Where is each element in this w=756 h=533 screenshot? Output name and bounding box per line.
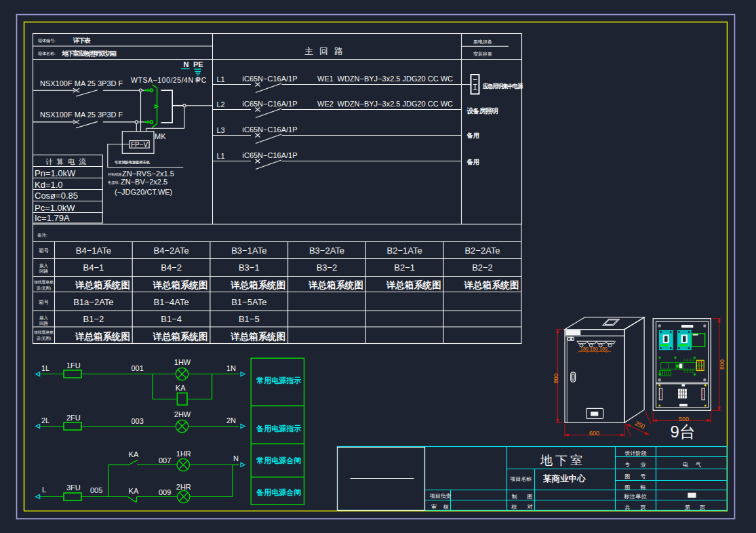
svg-text:设计阶段: 设计阶段 <box>624 450 646 456</box>
svg-text:详总箱系统图: 详总箱系统图 <box>230 331 285 342</box>
svg-text:B1−4ATe: B1−4ATe <box>154 297 189 307</box>
svg-text:项目名称: 项目名称 <box>510 476 532 482</box>
svg-text:Kd=1.0: Kd=1.0 <box>35 180 63 190</box>
svg-text:B4−2: B4−2 <box>161 262 182 273</box>
svg-text:回路: 回路 <box>39 321 49 326</box>
svg-text:B1a−2ATe: B1a−2ATe <box>73 297 113 307</box>
svg-text:设(见图): 设(见图) <box>37 336 51 341</box>
svg-text:iC65N−C16A/1P: iC65N−C16A/1P <box>243 151 298 159</box>
svg-text:1HW: 1HW <box>174 358 191 366</box>
svg-text:级: 级 <box>195 77 200 82</box>
svg-text:备注:: 备注: <box>37 233 47 238</box>
svg-text:审核: 审核 <box>431 504 456 510</box>
svg-text:L2: L2 <box>217 100 225 108</box>
svg-text:项目负责: 项目负责 <box>430 493 452 499</box>
svg-text:备用: 备用 <box>466 158 480 165</box>
svg-text:180: 180 <box>580 347 589 351</box>
svg-text:备用: 备用 <box>466 132 480 139</box>
svg-text:WE1: WE1 <box>317 75 334 83</box>
svg-text:常用电源合闸: 常用电源合闸 <box>256 456 301 465</box>
svg-text:接入: 接入 <box>39 315 49 320</box>
svg-text:制图: 制图 <box>512 494 543 500</box>
svg-text:常用电源指示: 常用电源指示 <box>256 376 301 384</box>
svg-text:1L: 1L <box>41 364 49 372</box>
svg-text:详总箱系统图: 详总箱系统图 <box>308 279 363 290</box>
svg-text:1N: 1N <box>226 364 236 372</box>
svg-text:iC65N−C16A/1P: iC65N−C16A/1P <box>243 100 298 108</box>
svg-text:500: 500 <box>679 416 689 422</box>
svg-text:005: 005 <box>90 486 102 494</box>
svg-text:Pc=1.0kW: Pc=1.0kW <box>35 203 75 213</box>
svg-text:180: 180 <box>599 347 608 351</box>
svg-text:详总箱系统图: 详总箱系统图 <box>230 279 285 290</box>
svg-text:L3: L3 <box>217 126 225 134</box>
svg-text:详总箱系统图: 详总箱系统图 <box>153 279 208 290</box>
svg-text:详总箱系统图: 详总箱系统图 <box>75 279 130 290</box>
svg-text:1FU: 1FU <box>66 361 81 370</box>
svg-text:馈线规格敷: 馈线规格敷 <box>34 279 54 285</box>
svg-text:B1−5: B1−5 <box>239 314 260 324</box>
svg-text:B3−1: B3−1 <box>239 262 260 273</box>
svg-text:某商业中心: 某商业中心 <box>542 473 586 483</box>
svg-text:iC65N−C16A/1P: iC65N−C16A/1P <box>243 75 298 83</box>
svg-text:B3−1ATe: B3−1ATe <box>231 245 266 256</box>
svg-text:WE2: WE2 <box>317 100 334 108</box>
svg-text:备用电源合闸: 备用电源合闸 <box>256 488 301 496</box>
svg-text:001: 001 <box>131 364 143 372</box>
svg-text:箱体编号:: 箱体编号: <box>38 38 56 43</box>
svg-text:B4−1ATe: B4−1ATe <box>76 245 111 256</box>
svg-text:L1: L1 <box>217 152 225 160</box>
svg-text:ZN−RVS−2x1.5: ZN−RVS−2x1.5 <box>122 170 174 178</box>
svg-text:详总箱系统图: 详总箱系统图 <box>386 279 441 290</box>
svg-text:计算电流: 计算电流 <box>45 157 90 165</box>
svg-text:接入: 接入 <box>39 263 49 268</box>
svg-text:控制线路:: 控制线路: <box>108 172 123 177</box>
svg-text:NSX100F MA 25 3P3D F: NSX100F MA 25 3P3D F <box>40 111 123 119</box>
svg-text:设(见图): 设(见图) <box>37 285 51 291</box>
svg-text:详总箱系统图: 详总箱系统图 <box>153 331 208 342</box>
svg-text:Ic=1.79A: Ic=1.79A <box>35 213 70 223</box>
svg-text:180: 180 <box>590 347 598 351</box>
svg-text:2HR: 2HR <box>176 483 191 491</box>
svg-text:1HR: 1HR <box>176 450 191 458</box>
svg-text:KA: KA <box>129 450 139 458</box>
svg-text:800: 800 <box>553 373 559 383</box>
svg-text:003: 003 <box>131 417 143 425</box>
svg-text:B1−4: B1−4 <box>161 314 182 324</box>
svg-text:箱号: 箱号 <box>39 248 49 254</box>
svg-text:主回路: 主回路 <box>304 46 349 56</box>
svg-text:电源线:: 电源线: <box>108 180 119 184</box>
svg-text:引至消防电源监控主机: 引至消防电源监控主机 <box>115 160 151 165</box>
svg-text:详总箱系统图: 详总箱系统图 <box>463 279 519 290</box>
svg-text:007: 007 <box>159 456 171 465</box>
svg-text:9台: 9台 <box>671 422 696 441</box>
svg-text:应急照明集中电源: 应急照明集中电源 <box>482 83 523 90</box>
svg-text:NSX100F MA 25 3P3D F: NSX100F MA 25 3P3D F <box>40 79 123 87</box>
svg-text:馈线规格敷: 馈线规格敷 <box>34 330 54 335</box>
svg-text:iC65N−C16A/1P: iC65N−C16A/1P <box>243 125 298 134</box>
svg-text:备用电源指示: 备用电源指示 <box>256 425 301 433</box>
svg-text:L1: L1 <box>217 75 225 83</box>
svg-text:WDZN−BYJ−3x2.5 JDG20 CC WC: WDZN−BYJ−3x2.5 JDG20 CC WC <box>338 75 454 83</box>
svg-text:KA: KA <box>176 384 186 392</box>
svg-text:B2−1ATe: B2−1ATe <box>387 245 422 256</box>
svg-text:B4−1: B4−1 <box>83 262 104 273</box>
svg-text:2L: 2L <box>41 416 49 425</box>
svg-text:N: N <box>184 60 189 68</box>
svg-text:地下室: 地下室 <box>540 454 585 467</box>
svg-text:专业: 专业 <box>624 462 656 468</box>
svg-text:2HW: 2HW <box>174 410 191 418</box>
svg-text:2N: 2N <box>226 416 236 425</box>
svg-text:800: 800 <box>719 359 725 370</box>
svg-text:B2−2: B2−2 <box>472 262 493 273</box>
svg-text:B3−2: B3−2 <box>317 262 338 273</box>
svg-text:FP−V: FP−V <box>131 141 148 149</box>
svg-text:MK: MK <box>155 132 166 140</box>
svg-text:图号: 图号 <box>624 473 656 479</box>
svg-text:标注单位: 标注单位 <box>624 493 648 500</box>
svg-text:设备房照明: 设备房照明 <box>466 107 498 115</box>
svg-text:ZN−BV−2x2.5: ZN−BV−2x2.5 <box>121 178 167 186</box>
svg-text:B2−1: B2−1 <box>394 262 415 273</box>
svg-text:B1−2: B1−2 <box>83 314 104 324</box>
svg-text:详总箱系统图: 详总箱系统图 <box>75 331 130 342</box>
